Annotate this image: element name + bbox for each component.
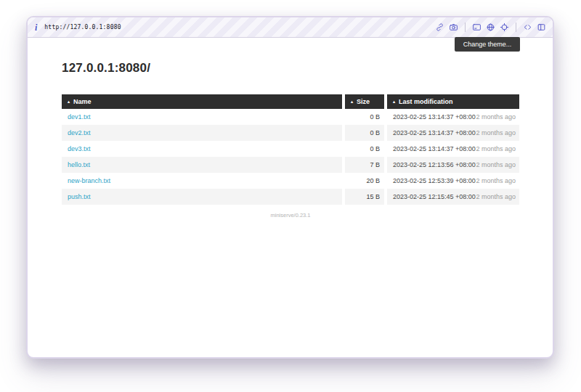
info-icon[interactable]: i (35, 23, 37, 32)
table-row: new-branch.txt20 B2023-02-25 12:53:39 +0… (62, 173, 519, 189)
sort-asc-icon: ▴ (393, 99, 395, 104)
sort-asc-icon: ▴ (351, 99, 353, 104)
globe-icon[interactable] (486, 23, 495, 32)
change-theme-button[interactable]: Change theme... (455, 37, 520, 52)
file-table-header: ▴ Name ▴ Size ▴ Last modification (62, 94, 519, 109)
browser-toolbar (435, 23, 546, 32)
column-label: Name (73, 98, 92, 105)
page-title: 127.0.0.1:8080/ (62, 61, 150, 75)
file-name-cell: dev2.txt (62, 125, 342, 141)
sidebar-icon[interactable] (537, 23, 546, 32)
modified-date: 2023-02-25 13:14:37 +08:00 (393, 129, 476, 136)
modified-date: 2023-02-25 12:13:56 +08:00 (393, 161, 476, 168)
modified-ago: 2 months ago (476, 161, 516, 168)
modified-date: 2023-02-25 13:14:37 +08:00 (393, 145, 476, 152)
file-modified-cell: 2023-02-25 13:14:37 +08:002 months ago (387, 109, 519, 125)
table-row: push.txt15 B2023-02-25 12:15:45 +08:002 … (62, 189, 519, 205)
column-label: Last modification (399, 98, 453, 105)
table-row: dev3.txt0 B2023-02-25 13:14:37 +08:002 m… (62, 141, 519, 157)
file-name-cell: dev1.txt (62, 109, 342, 125)
file-name-cell: hello.txt (62, 157, 342, 173)
file-link[interactable]: dev2.txt (68, 129, 91, 136)
camera-icon[interactable] (449, 23, 458, 32)
file-size-cell: 0 B (345, 109, 384, 125)
modified-ago: 2 months ago (476, 113, 516, 121)
arrows-horizontal-icon[interactable] (523, 23, 532, 32)
file-link[interactable]: dev1.txt (68, 113, 91, 121)
toolbar-divider (465, 23, 466, 32)
file-size-cell: 20 B (345, 173, 384, 189)
file-modified-cell: 2023-02-25 13:14:37 +08:002 months ago (387, 125, 519, 141)
file-modified-cell: 2023-02-25 12:15:45 +08:002 months ago (387, 189, 519, 205)
file-table-body: dev1.txt0 B2023-02-25 13:14:37 +08:002 m… (62, 109, 519, 205)
column-header-size[interactable]: ▴ Size (345, 94, 384, 109)
file-modified-cell: 2023-02-25 12:13:56 +08:002 months ago (387, 157, 519, 173)
url-text[interactable]: http://127.0.0.1:8080 (44, 24, 121, 30)
file-size-cell: 0 B (345, 125, 384, 141)
toolbar-divider (516, 23, 516, 32)
file-table: ▴ Name ▴ Size ▴ Last modification dev1.t… (62, 94, 519, 205)
modified-date: 2023-02-25 12:15:45 +08:00 (393, 193, 476, 200)
file-modified-cell: 2023-02-25 13:14:37 +08:002 months ago (387, 141, 519, 157)
file-size-cell: 15 B (345, 189, 384, 205)
file-link[interactable]: new-branch.txt (68, 177, 110, 184)
file-name-cell: dev3.txt (62, 141, 342, 157)
file-name-cell: push.txt (62, 189, 342, 205)
modified-date: 2023-02-25 12:53:39 +08:00 (393, 177, 476, 184)
file-modified-cell: 2023-02-25 12:53:39 +08:002 months ago (387, 173, 519, 189)
column-label: Size (357, 98, 370, 105)
file-link[interactable]: hello.txt (68, 161, 90, 168)
modified-ago: 2 months ago (476, 145, 516, 152)
table-row: hello.txt7 B2023-02-25 12:13:56 +08:002 … (62, 157, 519, 173)
column-header-last-modification[interactable]: ▴ Last modification (387, 94, 519, 109)
link-icon[interactable] (435, 23, 444, 32)
browser-topbar: i http://127.0.0.1:8080 (28, 17, 553, 38)
console-icon[interactable] (472, 23, 482, 32)
table-row: dev1.txt0 B2023-02-25 13:14:37 +08:002 m… (62, 109, 519, 125)
crosshair-icon[interactable] (500, 23, 509, 32)
column-header-name[interactable]: ▴ Name (62, 94, 342, 109)
modified-ago: 2 months ago (476, 129, 516, 136)
modified-date: 2023-02-25 13:14:37 +08:00 (393, 113, 476, 121)
modified-ago: 2 months ago (476, 177, 516, 184)
file-link[interactable]: dev3.txt (68, 145, 91, 152)
table-row: dev2.txt0 B2023-02-25 13:14:37 +08:002 m… (62, 125, 519, 141)
file-size-cell: 0 B (345, 141, 384, 157)
file-size-cell: 7 B (345, 157, 384, 173)
modified-ago: 2 months ago (476, 193, 516, 200)
browser-window: i http://127.0.0.1:8080 (26, 16, 554, 359)
file-name-cell: new-branch.txt (62, 173, 342, 189)
file-link[interactable]: push.txt (68, 193, 91, 200)
sort-asc-icon: ▴ (68, 99, 70, 104)
server-version: miniserve/0.23.1 (62, 212, 519, 219)
